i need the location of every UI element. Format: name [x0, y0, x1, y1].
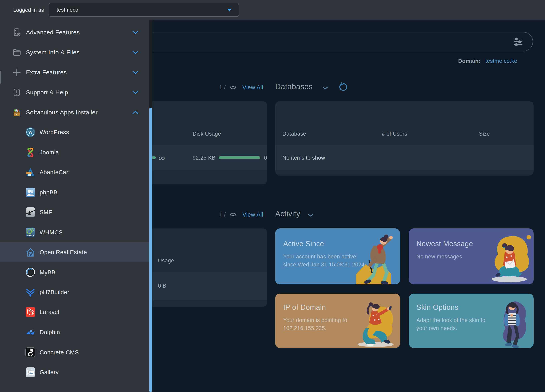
sidebar-scrollbar-thumb[interactable]: [149, 108, 152, 392]
search-bar[interactable]: [108, 32, 533, 51]
app-label: pH7Builder: [40, 282, 69, 302]
wordpress-icon: W: [25, 127, 36, 137]
databases-slash: /: [224, 84, 225, 91]
account-select-value: testmeco: [56, 3, 78, 16]
sidebar-app-abantecart[interactable]: AbanteCart: [0, 162, 149, 182]
chevron-up-icon: [132, 111, 138, 114]
sidebar-item-system-info-files[interactable]: System Info & Files: [0, 42, 149, 62]
sidebar-item-label: System Info & Files: [26, 42, 80, 62]
card-line1: Your domain is pointing to: [283, 317, 347, 324]
app-label: Concrete CMS: [40, 342, 79, 362]
chevron-down-icon: [132, 91, 138, 94]
laravel-icon: [25, 307, 36, 317]
sidebar-item-extra-features[interactable]: Extra Features: [0, 62, 149, 82]
sitting-woman-illustration: [486, 231, 534, 284]
refresh-icon[interactable]: [339, 82, 348, 92]
svg-text:W: W: [28, 130, 33, 135]
app-label: AbanteCart: [40, 162, 70, 182]
card-line2: since Wed Jan 31 15:08:31 2024.: [283, 261, 366, 268]
whmcs-icon: WHMCS: [25, 227, 36, 238]
concrete-cms-icon: [25, 347, 36, 358]
hiking-person-illustration: [350, 231, 400, 284]
disk-usage-header: Disk Usage: [192, 131, 221, 137]
app-label: SMF: [40, 202, 52, 222]
activity-limit-infinity: ∞: [230, 211, 236, 217]
joomla-icon: [25, 147, 36, 158]
top-bar: Logged in as testmeco: [0, 0, 545, 20]
mybb-icon: [25, 267, 36, 278]
sidebar-item-advanced-features[interactable]: Advanced Features: [0, 22, 149, 42]
sidebar-app-smf[interactable]: SMF: [0, 202, 149, 222]
standing-man-illustration: [486, 294, 534, 348]
databases-card: Database # of Users Size No items to sho…: [275, 101, 534, 176]
databases-chevron-down-icon: [322, 86, 328, 90]
app-label: Open Real Estate: [40, 242, 87, 262]
card-line1: Adapt the look of the skin to: [416, 317, 485, 324]
databases-section-title[interactable]: Databases: [275, 82, 313, 91]
plus-icon: [12, 68, 21, 77]
sidebar: Advanced Features System Info & Files Ex…: [0, 20, 149, 392]
dolphin-icon: [25, 327, 36, 337]
activity-section-title[interactable]: Activity: [275, 210, 300, 218]
card-title: IP of Domain: [283, 303, 326, 311]
active-since-card: Active Since Your account has been activ…: [275, 228, 400, 284]
phpbb-icon: [25, 187, 36, 198]
card-line1: Your account has been active: [283, 254, 356, 260]
sidebar-app-gallery[interactable]: Gallery: [0, 362, 149, 382]
col-num-users: # of Users: [382, 131, 407, 137]
chevron-down-icon: [132, 31, 138, 34]
disk-usage-progress-bar: [219, 156, 260, 159]
sidebar-app-joomla[interactable]: Joomla: [0, 142, 149, 162]
sidebar-app-open-real-estate[interactable]: Open Real Estate: [0, 242, 149, 262]
app-label: MyBB: [40, 262, 55, 282]
app-label: Dolphin: [40, 322, 60, 342]
sidebar-app-whmcs[interactable]: WHMCS WHMCS: [0, 222, 149, 243]
usage-header: Usage: [158, 258, 174, 264]
sidebar-app-wordpress[interactable]: W WordPress: [0, 122, 149, 142]
smf-icon: [25, 207, 36, 218]
sidebar-item-label: Advanced Features: [26, 22, 80, 42]
sidebar-app-concrete-cms[interactable]: Concrete CMS: [0, 342, 149, 362]
caret-down-icon: [227, 9, 231, 11]
kneeling-woman-illustration: [350, 296, 400, 348]
sidebar-app-dolphin[interactable]: Dolphin: [0, 322, 149, 342]
app-label: Laravel: [40, 302, 59, 322]
sidebar-app-phpbb[interactable]: phpBB: [0, 182, 149, 202]
empty-message: No items to show: [283, 155, 325, 161]
databases-empty-row: No items to show: [275, 145, 534, 170]
app-label: WHMCS: [40, 222, 62, 243]
abantecart-icon: [25, 167, 36, 177]
sidebar-item-softaculous-apps-installer[interactable]: W Softaculous Apps Installer: [0, 102, 149, 122]
softaculous-toolbox-icon: W: [12, 108, 21, 117]
sidebar-app-ph7builder[interactable]: pH7Builder: [0, 282, 149, 302]
activity-view-all-link[interactable]: View All: [242, 212, 263, 218]
sidebar-app-laravel[interactable]: Laravel: [0, 302, 149, 322]
ph7builder-icon: [25, 287, 36, 297]
disk-usage-value: 92.25 KB: [192, 155, 215, 161]
exclamation-icon: [12, 88, 21, 97]
svg-text:WHMCS: WHMCS: [27, 235, 34, 237]
activity-slash: /: [224, 211, 225, 218]
sidebar-item-label: Softaculous Apps Installer: [26, 102, 98, 122]
card-line2: 102.216.155.235.: [283, 325, 327, 331]
skin-options-card: Skin Options Adapt the look of the skin …: [409, 294, 534, 348]
databases-count: 1: [219, 84, 222, 91]
databases-limit-infinity: ∞: [230, 84, 236, 90]
card-line1: No new messages: [416, 254, 462, 260]
sidebar-app-mybb[interactable]: MyBB: [0, 262, 149, 282]
open-real-estate-house-icon: [25, 247, 36, 257]
card-title: Skin Options: [416, 303, 458, 311]
app-label: Joomla: [40, 142, 59, 162]
domain-link[interactable]: testme.co.ke: [485, 58, 517, 64]
chevron-down-icon: [132, 71, 138, 75]
logged-in-as-label: Logged in as: [13, 0, 44, 20]
filter-sliders-icon[interactable]: [514, 37, 523, 47]
col-database: Database: [283, 131, 306, 137]
col-size: Size: [479, 131, 490, 137]
account-select[interactable]: testmeco: [49, 3, 239, 17]
gallery-icon: [25, 367, 36, 377]
clipped-value: 0: [264, 155, 267, 161]
sidebar-item-support-help[interactable]: Support & Help: [0, 82, 149, 102]
databases-view-all-link[interactable]: View All: [242, 84, 263, 91]
collapsed-panel-handle[interactable]: [0, 71, 1, 84]
